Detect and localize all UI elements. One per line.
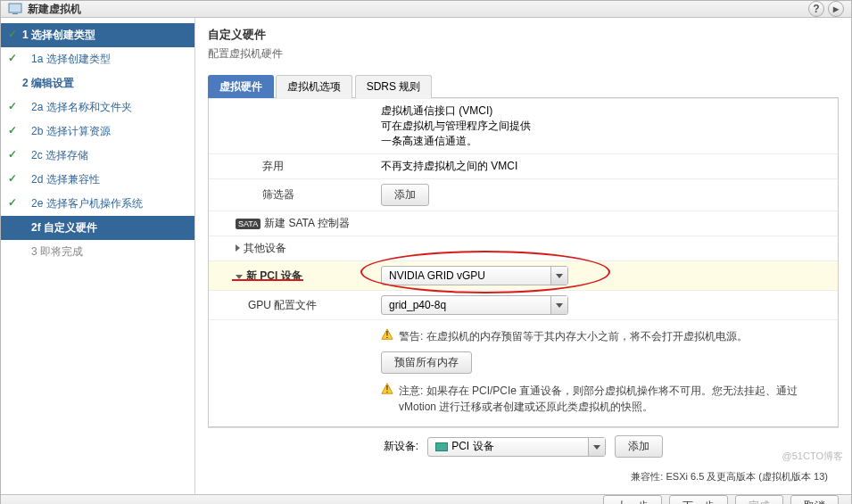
wizard-sidebar: 1 选择创建类型 1a 选择创建类型 2 编辑设置 2a 选择名称和文件夹 2b…	[1, 18, 195, 494]
vmci-desc-2: 一条高速通信通道。	[381, 134, 831, 149]
reserve-memory-button[interactable]: 预留所有内存	[381, 351, 472, 374]
svg-rect-0	[9, 4, 21, 12]
close-button[interactable]: ▸	[828, 1, 844, 17]
tab-options[interactable]: 虚拟机选项	[276, 75, 352, 98]
step-2[interactable]: 2 编辑设置	[1, 71, 194, 95]
page-subtitle: 配置虚拟机硬件	[208, 46, 839, 62]
svg-text:!: !	[386, 329, 389, 340]
new-vm-dialog: 新建虚拟机 ? ▸ 1 选择创建类型 1a 选择创建类型 2 编辑设置 2a 选…	[0, 0, 852, 504]
tab-sdrs[interactable]: SDRS 规则	[355, 75, 433, 98]
vmci-desc-1: 可在虚拟机与管理程序之间提供	[381, 119, 831, 134]
warning-icon: !	[381, 328, 393, 341]
new-device-add-button[interactable]: 添加	[615, 435, 663, 458]
label-other-devices[interactable]: 其他设备	[209, 235, 374, 260]
back-button[interactable]: 上一步	[603, 495, 662, 504]
label-deprecated: 弃用	[209, 153, 374, 178]
step-2a[interactable]: 2a 选择名称和文件夹	[1, 95, 194, 120]
step-1[interactable]: 1 选择创建类型	[1, 23, 194, 47]
warning-icon: !	[381, 383, 393, 395]
new-device-label: 新设备:	[384, 439, 418, 454]
step-2c[interactable]: 2c 选择存储	[1, 144, 194, 168]
collapse-icon	[236, 275, 243, 279]
step-2d[interactable]: 2d 选择兼容性	[1, 168, 194, 192]
cancel-button[interactable]: 取消	[790, 495, 839, 504]
titlebar: 新建虚拟机 ? ▸	[1, 1, 851, 18]
finish-button: 完成	[735, 495, 783, 504]
expand-icon	[236, 244, 240, 252]
dialog-title: 新建虚拟机	[28, 2, 808, 17]
new-device-select[interactable]: PCI 设备	[427, 437, 606, 457]
step-2e[interactable]: 2e 选择客户机操作系统	[1, 192, 194, 216]
wizard-footer: 上一步 下一步 完成 取消	[1, 494, 851, 504]
warning-power: 警告: 在虚拟机的内存预留等于其内存大小之前，将不会打开虚拟机电源。	[399, 328, 748, 344]
label-sata: SATA新建 SATA 控制器	[209, 211, 374, 235]
label-pci-device[interactable]: 新 PCI 设备	[209, 260, 374, 290]
step-2f[interactable]: 2f 自定义硬件	[1, 216, 194, 240]
text-deprecated: 不再支持虚拟机之间的 VMCI	[374, 153, 838, 178]
filter-add-button[interactable]: 添加	[381, 184, 429, 206]
svg-text:!: !	[386, 384, 389, 394]
tab-hardware[interactable]: 虚拟硬件	[208, 75, 274, 98]
main-panel: 自定义硬件 配置虚拟机硬件 虚拟硬件 虚拟机选项 SDRS 规则 虚拟机通信接口…	[195, 18, 851, 494]
chevron-down-icon	[556, 274, 563, 278]
new-device-bar: 新设备: PCI 设备 添加	[208, 427, 839, 465]
hardware-scroll[interactable]: 虚拟机通信接口 (VMCI) 可在虚拟机与管理程序之间提供 一条高速通信通道。 …	[208, 98, 839, 427]
pci-device-select[interactable]: NVIDIA GRID vGPU	[381, 266, 568, 285]
warning-passthrough: 注意: 如果存在 PCI/PCIe 直通设备，则部分虚拟机操作将不可用。您无法挂…	[399, 383, 831, 415]
page-title: 自定义硬件	[208, 27, 839, 43]
next-button[interactable]: 下一步	[669, 495, 728, 504]
vm-icon	[8, 2, 22, 16]
svg-rect-1	[12, 13, 18, 14]
compatibility-text: 兼容性: ESXi 6.5 及更高版本 (虚拟机版本 13)	[208, 465, 839, 494]
help-button[interactable]: ?	[808, 1, 824, 17]
label-gpu-profile: GPU 配置文件	[209, 290, 374, 319]
tabs: 虚拟硬件 虚拟机选项 SDRS 规则	[208, 74, 839, 98]
label-filter: 筛选器	[209, 178, 374, 211]
step-2b[interactable]: 2b 选择计算资源	[1, 120, 194, 144]
step-3: 3 即将完成	[1, 240, 194, 264]
pci-icon	[435, 442, 448, 451]
sata-badge: SATA	[236, 219, 261, 229]
gpu-profile-select[interactable]: grid_p40-8q	[381, 295, 568, 315]
chevron-down-icon	[556, 303, 563, 308]
step-1a[interactable]: 1a 选择创建类型	[1, 47, 194, 71]
chevron-down-icon	[593, 445, 600, 450]
vmci-title: 虚拟机通信接口 (VMCI)	[381, 103, 831, 119]
